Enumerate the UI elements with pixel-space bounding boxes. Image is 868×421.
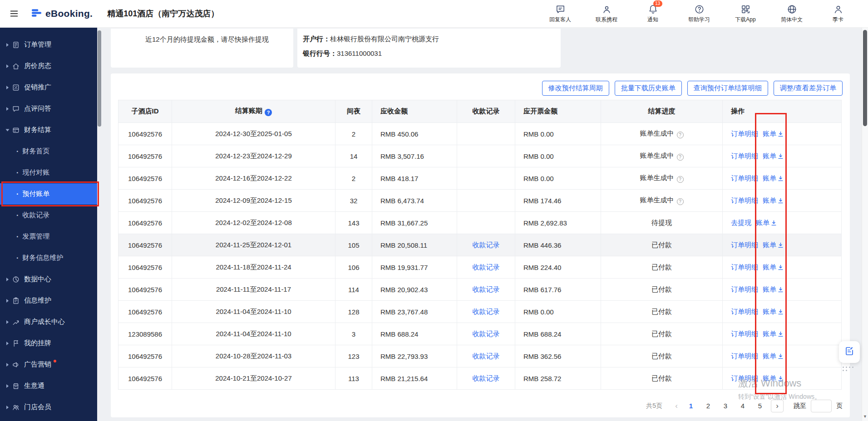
payment-record-link[interactable]: 收款记录 [473, 285, 500, 293]
query-settlement-detail-button[interactable]: 查询预付订单结算明细 [687, 81, 768, 96]
bill-download-link[interactable]: 账单 [763, 285, 784, 293]
sidebar-item-business-link[interactable]: 生意通 [0, 375, 97, 397]
sidebar-item-room-price-status[interactable]: 房价房态 [0, 55, 97, 77]
progress-help-icon[interactable]: ? [677, 132, 684, 138]
adjust-diff-orders-button[interactable]: 调整/查看差异订单 [774, 81, 843, 96]
order-detail-link[interactable]: 订单明细 [731, 263, 758, 271]
order-detail-link[interactable]: 订单明细 [731, 330, 758, 338]
sidebar-item-store-members[interactable]: 门店会员 [0, 397, 97, 418]
sidebar-item-invoice-management[interactable]: ·发票管理 [0, 226, 97, 247]
page-jump-input[interactable] [811, 400, 832, 412]
bill-download-link[interactable]: 账单 [763, 130, 784, 137]
order-detail-link[interactable]: 订单明细 [731, 174, 758, 182]
withdraw-link[interactable]: 去提现 [731, 219, 751, 226]
header-action-lang[interactable]: 简体中文 [775, 4, 808, 24]
batch-download-bills-button[interactable]: 批量下载历史账单 [615, 81, 682, 96]
progress-help-icon[interactable]: ? [677, 176, 684, 183]
sidebar-item-label: 生意通 [24, 382, 44, 390]
sidebar-item-my-listing[interactable]: 我的挂牌 [0, 333, 97, 354]
bill-download-link[interactable]: 账单 [763, 152, 784, 160]
page-scrollbar[interactable]: ▼ [862, 28, 868, 421]
prev-page-button[interactable]: ‹ [671, 401, 682, 411]
bill-download-link[interactable]: 账单 [763, 308, 784, 315]
bill-download-link[interactable]: 账单 [763, 374, 784, 382]
header-action-label: 通知 [647, 16, 658, 24]
store-members-icon [12, 404, 20, 411]
sidebar-item-prepaid-bills[interactable]: ·预付账单 [0, 183, 97, 205]
cell-invoice-amount: RMB 174.46 [515, 190, 601, 212]
sidebar-item-info-maintenance[interactable]: 信息维护 [0, 290, 97, 311]
sidebar-item-finance-home[interactable]: ·财务首页 [0, 141, 97, 162]
header-action-reply[interactable]: 回复客人 [544, 4, 577, 24]
bill-download-link[interactable]: 账单 [763, 330, 784, 338]
payment-record-link[interactable]: 收款记录 [473, 374, 500, 382]
progress-help-icon[interactable]: ? [677, 198, 684, 205]
order-detail-link[interactable]: 订单明细 [731, 196, 758, 204]
scrollbar-thumb[interactable] [863, 30, 867, 126]
payment-record-link[interactable]: 收款记录 [473, 352, 500, 360]
period-help-icon[interactable]: ? [265, 109, 272, 116]
cell-invoice-amount: RMB 0.00 [515, 145, 601, 167]
bill-download-link[interactable]: 账单 [763, 241, 784, 249]
sidebar-item-ad-marketing[interactable]: 广告营销 [0, 354, 97, 375]
payment-record-link[interactable]: 收款记录 [473, 330, 500, 338]
order-detail-link[interactable]: 订单明细 [731, 374, 758, 382]
table-row: 1230895862024-11-04至2024-11-103RMB 688.2… [118, 323, 842, 345]
order-detail-link[interactable]: 订单明细 [731, 308, 758, 315]
page-number-5[interactable]: 5 [754, 400, 766, 412]
modify-settlement-cycle-button[interactable]: 修改预付结算周期 [542, 81, 609, 96]
payment-record-link[interactable]: 收款记录 [473, 263, 500, 271]
menu-toggle-icon[interactable] [9, 9, 19, 19]
header-action-contact[interactable]: 联系携程 [590, 4, 623, 24]
ebooking-logo[interactable]: eBooking. [31, 7, 93, 20]
bill-download-link[interactable]: 账单 [763, 196, 784, 204]
bill-download-link[interactable]: 账单 [763, 263, 784, 271]
sidebar-scrollbar-thumb[interactable] [98, 30, 101, 127]
cell-actions: 订单明细账单 [723, 345, 842, 367]
page-number-2[interactable]: 2 [702, 400, 715, 412]
scrollbar-down-arrow[interactable]: ▼ [862, 414, 868, 419]
order-detail-link[interactable]: 订单明细 [731, 130, 758, 137]
sidebar-item-order-management[interactable]: 订单管理 [0, 34, 97, 55]
payment-record-link[interactable]: 收款记录 [473, 308, 500, 315]
page-number-4[interactable]: 4 [736, 400, 749, 412]
header-action-help[interactable]: 帮助学习 [683, 4, 715, 24]
sidebar-item-finance-settlement[interactable]: 财务结算 [0, 119, 97, 141]
page-number-1[interactable]: 1 [685, 400, 697, 412]
order-detail-link[interactable]: 订单明细 [731, 352, 758, 360]
cell-nights: 114 [335, 279, 372, 301]
cell-actions: 订单明细账单 [723, 190, 842, 212]
sidebar-item-payment-records[interactable]: ·收款记录 [0, 205, 97, 226]
header-action-app[interactable]: 下载App [729, 4, 762, 24]
cell-hotel-id: 106492576 [118, 167, 172, 190]
page-number-3[interactable]: 3 [719, 400, 732, 412]
cell-payment-record: 收款记录 [457, 323, 515, 345]
sidebar-item-merchant-growth-center[interactable]: 商户成长中心 [0, 311, 97, 333]
next-page-button[interactable]: › [771, 400, 784, 412]
order-detail-link[interactable]: 订单明细 [731, 241, 758, 249]
bill-download-link[interactable]: 账单 [756, 219, 777, 226]
sidebar-item-label: 促销推广 [24, 83, 51, 92]
sidebar-item-finance-info-maintenance[interactable]: ·财务信息维护 [0, 247, 97, 269]
sidebar-item-label: 我的挂牌 [24, 339, 51, 348]
feedback-widget-button[interactable] [839, 341, 860, 363]
cell-nights: 32 [335, 190, 372, 212]
cell-progress: 已付款 [601, 345, 723, 367]
header-action-notice[interactable]: 13通知 [636, 4, 669, 24]
payment-record-link[interactable]: 收款记录 [473, 241, 500, 249]
cell-progress: 已付款 [601, 234, 723, 256]
bill-download-link[interactable]: 账单 [763, 174, 784, 182]
bill-download-link[interactable]: 账单 [763, 352, 784, 360]
order-detail-link[interactable]: 订单明细 [731, 152, 758, 160]
order-detail-link[interactable]: 订单明细 [731, 285, 758, 293]
sidebar-item-label: 信息维护 [24, 296, 51, 305]
sidebar-item-review-qa[interactable]: 点评问答 [0, 98, 97, 119]
chevron-right-icon [6, 342, 9, 345]
sidebar-item-promotion[interactable]: 促销推广 [0, 77, 97, 98]
sidebar-item-data-center[interactable]: 数据中心 [0, 269, 97, 290]
sidebar-item-cash-reconciliation[interactable]: ·现付对账 [0, 162, 97, 183]
drag-handle-icon[interactable] [843, 367, 854, 371]
progress-help-icon[interactable]: ? [677, 154, 684, 161]
header-action-user[interactable]: 季卡 [822, 4, 854, 24]
cell-actions: 去提现账单 [723, 212, 842, 234]
